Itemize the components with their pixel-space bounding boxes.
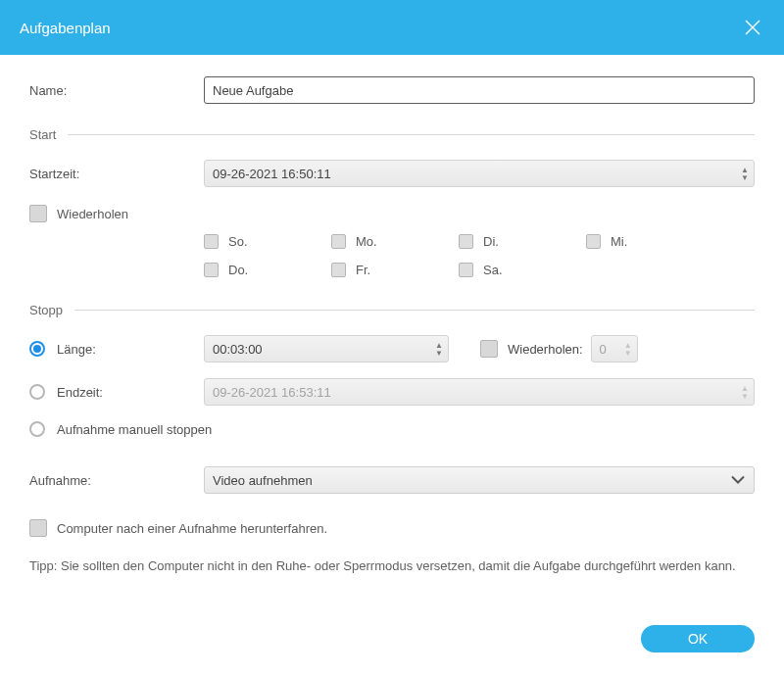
- day-di[interactable]: Di.: [459, 234, 586, 249]
- stopp-heading-label: Stopp: [29, 303, 63, 317]
- day-fr[interactable]: Fr.: [331, 263, 459, 277]
- manual-stop-radio[interactable]: [29, 421, 45, 437]
- name-input[interactable]: [204, 76, 755, 104]
- startzeit-input[interactable]: 09-26-2021 16:50:11 ▲▼: [204, 160, 755, 187]
- laenge-row: Länge: 00:03:00 ▲▼ Wiederholen: 0 ▲▼: [29, 335, 755, 362]
- close-icon: [744, 19, 761, 36]
- aufnahme-row: Aufnahme: Video aufnehmen: [29, 466, 755, 494]
- day-so[interactable]: So.: [204, 234, 331, 249]
- spin-arrows-icon[interactable]: ▲▼: [435, 342, 443, 357]
- checkbox-mi[interactable]: [586, 234, 601, 249]
- manual-stop-row: Aufnahme manuell stoppen: [29, 421, 755, 437]
- shutdown-label: Computer nach einer Aufnahme herunterfah…: [57, 521, 327, 536]
- wiederholen-block: Wiederholen: 0 ▲▼: [480, 335, 638, 362]
- startzeit-value: 09-26-2021 16:50:11: [213, 167, 331, 181]
- chevron-down-icon: [730, 473, 746, 488]
- spin-arrows-icon[interactable]: ▲▼: [624, 342, 632, 357]
- day-sa[interactable]: Sa.: [459, 263, 586, 277]
- checkbox-mo[interactable]: [331, 234, 346, 249]
- checkbox-di[interactable]: [459, 234, 473, 249]
- endzeit-input[interactable]: 09-26-2021 16:53:11 ▲▼: [204, 378, 755, 406]
- days-grid: So. Mo. Di. Mi. Do. Fr. Sa.: [204, 234, 755, 277]
- day-do[interactable]: Do.: [204, 263, 331, 277]
- manual-stop-option[interactable]: Aufnahme manuell stoppen: [29, 421, 212, 437]
- checkbox-do[interactable]: [204, 263, 219, 277]
- wiederholen-checkbox[interactable]: [480, 340, 498, 358]
- endzeit-row: Endzeit: 09-26-2021 16:53:11 ▲▼: [29, 378, 755, 406]
- start-heading-label: Start: [29, 127, 56, 142]
- tip-text: Tipp: Sie sollten den Computer nicht in …: [29, 556, 755, 576]
- window-title: Aufgabenplan: [20, 20, 111, 36]
- endzeit-label: Endzeit:: [57, 385, 103, 400]
- dialog-body: Name: Start Startzeit: 09-26-2021 16:50:…: [0, 55, 784, 625]
- manual-stop-label: Aufnahme manuell stoppen: [57, 422, 212, 437]
- aufnahme-label: Aufnahme:: [29, 473, 204, 488]
- checkbox-so[interactable]: [204, 234, 219, 249]
- ok-button[interactable]: OK: [641, 625, 755, 652]
- divider-line: [74, 310, 755, 311]
- wiederholen-label: Wiederholen:: [508, 342, 583, 357]
- shutdown-checkbox[interactable]: [29, 519, 47, 537]
- laenge-input[interactable]: 00:03:00 ▲▼: [204, 335, 449, 362]
- startzeit-row: Startzeit: 09-26-2021 16:50:11 ▲▼: [29, 160, 755, 187]
- spin-arrows-icon[interactable]: ▲▼: [741, 167, 749, 181]
- endzeit-value: 09-26-2021 16:53:11: [213, 385, 331, 400]
- day-mi[interactable]: Mi.: [586, 234, 713, 249]
- laenge-label: Länge:: [57, 342, 96, 357]
- day-mo[interactable]: Mo.: [331, 234, 459, 249]
- aufnahme-value: Video aufnehmen: [213, 473, 313, 488]
- laenge-radio-option[interactable]: Länge:: [29, 341, 204, 357]
- laenge-value: 00:03:00: [213, 342, 263, 357]
- name-row: Name:: [29, 76, 755, 104]
- start-heading: Start: [29, 127, 755, 142]
- repeat-checkbox[interactable]: [29, 205, 47, 222]
- checkbox-sa[interactable]: [459, 263, 473, 277]
- spin-arrows-icon[interactable]: ▲▼: [741, 385, 749, 400]
- wiederholen-count-input[interactable]: 0 ▲▼: [591, 335, 638, 362]
- laenge-radio[interactable]: [29, 341, 45, 357]
- repeat-row: Wiederholen: [29, 205, 755, 222]
- repeat-label: Wiederholen: [57, 207, 128, 221]
- endzeit-radio-option[interactable]: Endzeit:: [29, 384, 204, 400]
- titlebar: Aufgabenplan: [0, 0, 784, 55]
- repeat-checkbox-row[interactable]: Wiederholen: [29, 205, 204, 222]
- wiederholen-value: 0: [600, 342, 607, 357]
- startzeit-label: Startzeit:: [29, 167, 204, 181]
- stopp-heading: Stopp: [29, 303, 755, 317]
- aufnahme-select[interactable]: Video aufnehmen: [204, 466, 755, 494]
- close-button[interactable]: [741, 16, 764, 39]
- name-label: Name:: [29, 83, 204, 98]
- divider-line: [68, 134, 755, 135]
- shutdown-row[interactable]: Computer nach einer Aufnahme herunterfah…: [29, 519, 755, 537]
- endzeit-radio[interactable]: [29, 384, 45, 400]
- dialog-footer: OK: [0, 625, 784, 676]
- task-schedule-dialog: Aufgabenplan Name: Start Startzeit: 09-2…: [0, 0, 784, 676]
- checkbox-fr[interactable]: [331, 263, 346, 277]
